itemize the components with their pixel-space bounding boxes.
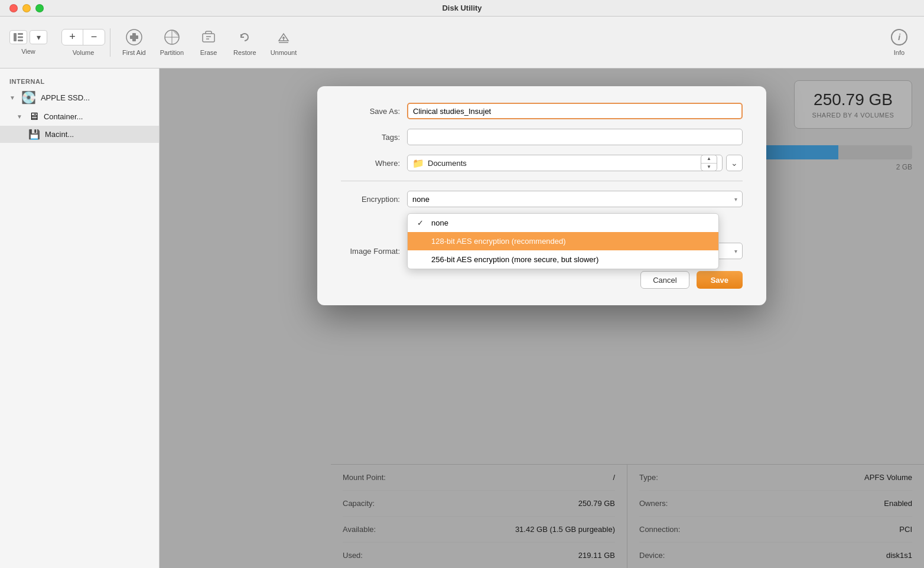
erase-label: Erase: [200, 49, 217, 56]
window-title: Disk Utility: [442, 4, 481, 12]
save-as-label: Save As:: [341, 107, 400, 116]
image-format-chevron-icon: ▾: [734, 248, 737, 254]
save-dialog: Save As: Tags: Where: 📁: [317, 86, 766, 305]
sidebar-toggle-button[interactable]: [9, 30, 27, 44]
unmount-button[interactable]: Unmount: [263, 24, 304, 61]
svg-rect-3: [18, 40, 23, 41]
sidebar: Internal ▼ 💽 APPLE SSD... ▼ 🖥 Container.…: [0, 68, 160, 568]
sidebar-section-internal: Internal: [0, 76, 159, 87]
restore-button[interactable]: Restore: [226, 24, 263, 61]
encryption-row: Encryption: none ▾ ✓ none: [341, 191, 743, 207]
erase-button[interactable]: Erase: [191, 24, 226, 61]
disk-icon: 💽: [21, 90, 36, 105]
close-button[interactable]: [9, 4, 18, 12]
sidebar-item-container[interactable]: ▼ 🖥 Container...: [0, 107, 159, 126]
save-as-row: Save As:: [341, 103, 743, 119]
where-expand-button[interactable]: ⌄: [726, 155, 743, 171]
toolbar-separator: [110, 28, 110, 57]
cancel-button[interactable]: Cancel: [640, 271, 689, 289]
chevron-down-icon: ▾: [734, 196, 737, 203]
where-stepper[interactable]: ▲ ▼: [701, 155, 717, 171]
partition-button[interactable]: Partition: [153, 24, 191, 61]
dialog-form: Save As: Tags: Where: 📁: [317, 103, 766, 207]
sidebar-item-apple-ssd[interactable]: ▼ 💽 APPLE SSD...: [0, 87, 159, 107]
info-label: Info: [894, 49, 905, 56]
volume-label: Volume: [73, 49, 95, 56]
dialog-divider: [341, 181, 743, 181]
tags-label: Tags:: [341, 133, 400, 142]
save-button[interactable]: Save: [697, 271, 743, 289]
encryption-value: none: [412, 195, 430, 204]
volume-control[interactable]: + − Volume: [61, 29, 105, 56]
save-as-input[interactable]: [407, 103, 743, 119]
check-icon: ✓: [417, 218, 427, 227]
encryption-dropdown-menu[interactable]: ✓ none 128-bit AES encryption (recommend…: [407, 213, 719, 269]
dropdown-item-none[interactable]: ✓ none: [408, 214, 718, 232]
encryption-select[interactable]: none ▾: [407, 191, 743, 207]
folder-icon: 📁: [412, 158, 424, 169]
dropdown-none-label: none: [431, 218, 448, 227]
container-icon: 🖥: [28, 110, 39, 123]
dropdown-item-128-aes[interactable]: 128-bit AES encryption (recommended): [408, 232, 718, 250]
expand-arrow-icon: ▼: [17, 113, 22, 120]
where-row: Where: 📁 Documents ▲ ▼ ⌄: [341, 155, 743, 171]
where-value: Documents: [428, 159, 467, 168]
title-bar: Disk Utility: [0, 0, 924, 17]
where-controls: 📁 Documents ▲ ▼ ⌄: [407, 155, 743, 171]
partition-label: Partition: [160, 49, 184, 56]
first-aid-label: First Aid: [122, 49, 146, 56]
modal-overlay: Save As: Tags: Where: 📁: [160, 68, 924, 568]
minimize-button[interactable]: [22, 4, 31, 12]
svg-rect-2: [18, 36, 23, 38]
main-content: Internal ▼ 💽 APPLE SSD... ▼ 🖥 Container.…: [0, 68, 924, 568]
dropdown-item-256-aes[interactable]: 256-bit AES encryption (more secure, but…: [408, 250, 718, 269]
traffic-lights[interactable]: [9, 4, 44, 12]
sidebar-item-macintosh-hd[interactable]: 💾 Macint...: [0, 126, 159, 143]
maximize-button[interactable]: [35, 4, 44, 12]
volume-icon: 💾: [28, 129, 40, 140]
toolbar: ▾ View + − Volume First Aid Partition: [0, 17, 924, 68]
dropdown-256-aes-label: 256-bit AES encryption (more secure, but…: [431, 255, 598, 264]
dropdown-128-aes-label: 128-bit AES encryption (recommended): [431, 237, 566, 246]
view-label: View: [21, 48, 35, 55]
restore-label: Restore: [233, 49, 256, 56]
where-select[interactable]: 📁 Documents ▲ ▼: [407, 155, 723, 171]
encryption-label: Encryption:: [341, 195, 400, 204]
unmount-label: Unmount: [271, 49, 297, 56]
add-volume-button[interactable]: +: [62, 30, 83, 45]
image-format-label: Image Format:: [341, 247, 400, 256]
tags-input[interactable]: [407, 129, 743, 145]
apple-ssd-label: APPLE SSD...: [41, 93, 90, 102]
first-aid-button[interactable]: First Aid: [115, 24, 153, 61]
remove-volume-button[interactable]: −: [83, 30, 105, 45]
where-label: Where:: [341, 159, 400, 168]
svg-rect-0: [14, 33, 17, 41]
toolbar-view-control[interactable]: ▾ View: [9, 30, 47, 55]
svg-rect-6: [130, 35, 138, 39]
container-label: Container...: [44, 112, 83, 121]
svg-rect-8: [203, 34, 214, 42]
info-button[interactable]: i Info: [884, 24, 915, 61]
info-icon: i: [891, 29, 907, 45]
view-chevron-button[interactable]: ▾: [30, 30, 47, 44]
stepper-up-icon[interactable]: ▲: [701, 155, 717, 164]
tags-row: Tags:: [341, 129, 743, 145]
expand-arrow-icon: ▼: [9, 94, 15, 101]
content-area: 250.79 GB SHARED BY 4 VOLUMES 2 GB Mount…: [160, 68, 924, 568]
macintosh-hd-label: Macint...: [45, 130, 74, 139]
svg-rect-1: [18, 33, 23, 35]
stepper-down-icon[interactable]: ▼: [701, 164, 717, 171]
